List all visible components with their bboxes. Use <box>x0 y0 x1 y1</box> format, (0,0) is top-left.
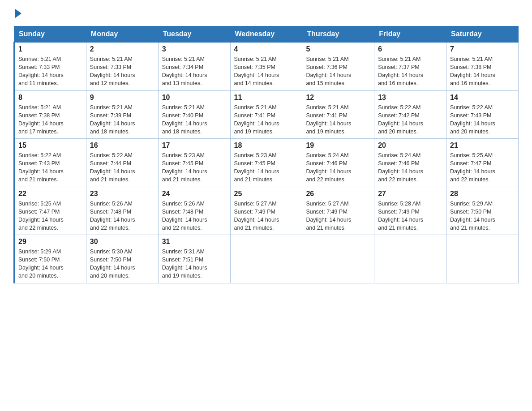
day-info: Sunrise: 5:21 AMSunset: 7:38 PMDaylight:… <box>18 103 82 136</box>
day-number: 24 <box>162 190 227 198</box>
day-info: Sunrise: 5:22 AMSunset: 7:43 PMDaylight:… <box>450 103 515 136</box>
calendar-cell: 10Sunrise: 5:21 AMSunset: 7:40 PMDayligh… <box>158 90 230 139</box>
day-number: 14 <box>450 94 515 102</box>
day-info: Sunrise: 5:26 AMSunset: 7:48 PMDaylight:… <box>162 200 227 232</box>
day-number: 25 <box>234 190 299 198</box>
day-number: 18 <box>234 141 299 150</box>
day-number: 23 <box>90 190 154 198</box>
calendar-cell: 12Sunrise: 5:21 AMSunset: 7:41 PMDayligh… <box>302 90 374 139</box>
calendar-table: SundayMondayTuesdayWednesdayThursdayFrid… <box>13 26 519 283</box>
day-number: 19 <box>306 141 370 150</box>
day-info: Sunrise: 5:21 AMSunset: 7:37 PMDaylight:… <box>378 55 442 88</box>
day-number: 22 <box>18 190 82 198</box>
calendar-cell: 28Sunrise: 5:29 AMSunset: 7:50 PMDayligh… <box>446 187 519 235</box>
day-info: Sunrise: 5:29 AMSunset: 7:50 PMDaylight:… <box>450 200 515 232</box>
day-number: 28 <box>450 190 515 198</box>
day-info: Sunrise: 5:21 AMSunset: 7:33 PMDaylight:… <box>18 55 82 88</box>
calendar-cell: 31Sunrise: 5:31 AMSunset: 7:51 PMDayligh… <box>158 235 230 283</box>
logo-arrow-icon <box>15 9 21 18</box>
day-number: 27 <box>378 190 442 198</box>
day-info: Sunrise: 5:27 AMSunset: 7:49 PMDaylight:… <box>306 200 370 232</box>
day-number: 31 <box>162 238 227 246</box>
day-number: 12 <box>306 94 370 102</box>
calendar-cell: 18Sunrise: 5:23 AMSunset: 7:45 PMDayligh… <box>230 139 302 187</box>
day-number: 20 <box>378 141 442 150</box>
calendar-cell: 14Sunrise: 5:22 AMSunset: 7:43 PMDayligh… <box>446 90 519 139</box>
calendar-cell: 17Sunrise: 5:23 AMSunset: 7:45 PMDayligh… <box>158 139 230 187</box>
calendar-cell: 5Sunrise: 5:21 AMSunset: 7:36 PMDaylight… <box>302 42 374 90</box>
day-info: Sunrise: 5:21 AMSunset: 7:39 PMDaylight:… <box>90 103 154 136</box>
calendar-cell: 16Sunrise: 5:22 AMSunset: 7:44 PMDayligh… <box>86 139 158 187</box>
column-header-wednesday: Wednesday <box>230 26 302 43</box>
calendar-cell: 13Sunrise: 5:22 AMSunset: 7:42 PMDayligh… <box>374 90 446 139</box>
column-header-thursday: Thursday <box>302 26 374 43</box>
calendar-cell: 22Sunrise: 5:25 AMSunset: 7:47 PMDayligh… <box>14 187 86 235</box>
column-header-tuesday: Tuesday <box>158 26 230 43</box>
week-row-5: 29Sunrise: 5:29 AMSunset: 7:50 PMDayligh… <box>14 235 519 283</box>
logo <box>13 9 22 18</box>
week-row-1: 1Sunrise: 5:21 AMSunset: 7:33 PMDaylight… <box>14 42 519 90</box>
day-number: 5 <box>306 45 370 53</box>
day-number: 29 <box>18 238 82 246</box>
day-info: Sunrise: 5:22 AMSunset: 7:42 PMDaylight:… <box>378 103 442 136</box>
week-row-4: 22Sunrise: 5:25 AMSunset: 7:47 PMDayligh… <box>14 187 519 235</box>
day-info: Sunrise: 5:27 AMSunset: 7:49 PMDaylight:… <box>234 200 299 232</box>
calendar-cell: 23Sunrise: 5:26 AMSunset: 7:48 PMDayligh… <box>86 187 158 235</box>
calendar-cell <box>446 235 519 283</box>
day-number: 11 <box>234 94 299 102</box>
day-info: Sunrise: 5:23 AMSunset: 7:45 PMDaylight:… <box>234 151 299 184</box>
calendar-cell: 19Sunrise: 5:24 AMSunset: 7:46 PMDayligh… <box>302 139 374 187</box>
calendar-header-row: SundayMondayTuesdayWednesdayThursdayFrid… <box>14 26 519 43</box>
calendar-cell: 8Sunrise: 5:21 AMSunset: 7:38 PMDaylight… <box>14 90 86 139</box>
calendar-cell: 30Sunrise: 5:30 AMSunset: 7:50 PMDayligh… <box>86 235 158 283</box>
day-number: 15 <box>18 141 82 150</box>
day-info: Sunrise: 5:28 AMSunset: 7:49 PMDaylight:… <box>378 200 442 232</box>
calendar-cell <box>302 235 374 283</box>
day-info: Sunrise: 5:24 AMSunset: 7:46 PMDaylight:… <box>306 151 370 184</box>
day-info: Sunrise: 5:21 AMSunset: 7:41 PMDaylight:… <box>234 103 299 136</box>
day-info: Sunrise: 5:21 AMSunset: 7:35 PMDaylight:… <box>234 55 299 88</box>
day-number: 10 <box>162 94 227 102</box>
day-number: 16 <box>90 141 154 150</box>
calendar-cell: 21Sunrise: 5:25 AMSunset: 7:47 PMDayligh… <box>446 139 519 187</box>
day-info: Sunrise: 5:24 AMSunset: 7:46 PMDaylight:… <box>378 151 442 184</box>
column-header-friday: Friday <box>374 26 446 43</box>
day-number: 30 <box>90 238 154 246</box>
calendar-cell: 7Sunrise: 5:21 AMSunset: 7:38 PMDaylight… <box>446 42 519 90</box>
day-info: Sunrise: 5:30 AMSunset: 7:50 PMDaylight:… <box>90 248 154 280</box>
day-info: Sunrise: 5:22 AMSunset: 7:44 PMDaylight:… <box>90 151 154 184</box>
day-info: Sunrise: 5:29 AMSunset: 7:50 PMDaylight:… <box>18 248 82 280</box>
day-number: 21 <box>450 141 515 150</box>
calendar-cell: 20Sunrise: 5:24 AMSunset: 7:46 PMDayligh… <box>374 139 446 187</box>
calendar-cell <box>374 235 446 283</box>
calendar-cell: 29Sunrise: 5:29 AMSunset: 7:50 PMDayligh… <box>14 235 86 283</box>
day-number: 2 <box>90 45 154 53</box>
week-row-3: 15Sunrise: 5:22 AMSunset: 7:43 PMDayligh… <box>14 139 519 187</box>
calendar-cell: 4Sunrise: 5:21 AMSunset: 7:35 PMDaylight… <box>230 42 302 90</box>
calendar-cell <box>230 235 302 283</box>
day-number: 3 <box>162 45 227 53</box>
calendar-cell: 26Sunrise: 5:27 AMSunset: 7:49 PMDayligh… <box>302 187 374 235</box>
day-info: Sunrise: 5:21 AMSunset: 7:38 PMDaylight:… <box>450 55 515 88</box>
day-number: 1 <box>18 45 82 53</box>
calendar-cell: 9Sunrise: 5:21 AMSunset: 7:39 PMDaylight… <box>86 90 158 139</box>
day-info: Sunrise: 5:21 AMSunset: 7:33 PMDaylight:… <box>90 55 154 88</box>
calendar-cell: 1Sunrise: 5:21 AMSunset: 7:33 PMDaylight… <box>14 42 86 90</box>
week-row-2: 8Sunrise: 5:21 AMSunset: 7:38 PMDaylight… <box>14 90 519 139</box>
calendar-cell: 11Sunrise: 5:21 AMSunset: 7:41 PMDayligh… <box>230 90 302 139</box>
calendar-cell: 6Sunrise: 5:21 AMSunset: 7:37 PMDaylight… <box>374 42 446 90</box>
day-number: 6 <box>378 45 442 53</box>
day-info: Sunrise: 5:25 AMSunset: 7:47 PMDaylight:… <box>18 200 82 232</box>
column-header-sunday: Sunday <box>14 26 86 43</box>
day-info: Sunrise: 5:31 AMSunset: 7:51 PMDaylight:… <box>162 248 227 280</box>
day-number: 9 <box>90 94 154 102</box>
calendar-cell: 24Sunrise: 5:26 AMSunset: 7:48 PMDayligh… <box>158 187 230 235</box>
day-info: Sunrise: 5:22 AMSunset: 7:43 PMDaylight:… <box>18 151 82 184</box>
day-number: 8 <box>18 94 82 102</box>
day-number: 13 <box>378 94 442 102</box>
column-header-saturday: Saturday <box>446 26 519 43</box>
column-header-monday: Monday <box>86 26 158 43</box>
calendar-cell: 3Sunrise: 5:21 AMSunset: 7:34 PMDaylight… <box>158 42 230 90</box>
calendar-cell: 25Sunrise: 5:27 AMSunset: 7:49 PMDayligh… <box>230 187 302 235</box>
day-number: 7 <box>450 45 515 53</box>
